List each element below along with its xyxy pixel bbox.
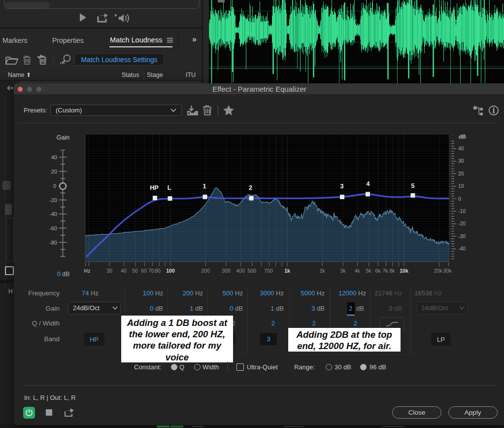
svg-text:1: 1: [203, 183, 206, 190]
svg-text:40: 40: [51, 154, 57, 160]
svg-text:100: 100: [166, 268, 175, 274]
svg-text:-20: -20: [49, 197, 57, 203]
svg-text:5: 5: [411, 182, 415, 189]
svg-text:200: 200: [201, 268, 210, 274]
svg-text:0: 0: [458, 196, 461, 202]
svg-text:1k: 1k: [284, 268, 290, 274]
svg-text:60: 60: [141, 268, 147, 274]
svg-text:40: 40: [121, 268, 127, 274]
svg-text:6k: 6k: [375, 268, 381, 274]
svg-text:70: 70: [148, 268, 154, 274]
svg-text:Hz: Hz: [84, 268, 91, 274]
svg-text:dB: dB: [459, 134, 466, 140]
svg-text:20: 20: [458, 171, 464, 177]
svg-text:20k: 20k: [434, 268, 443, 274]
svg-text:40: 40: [458, 145, 464, 151]
svg-text:10k: 10k: [400, 268, 408, 274]
svg-text:0: 0: [53, 183, 56, 189]
svg-text:400: 400: [236, 268, 245, 274]
svg-text:4k: 4k: [354, 268, 360, 274]
svg-text:-20: -20: [458, 220, 466, 226]
svg-text:30: 30: [458, 158, 464, 164]
svg-text:0: 0: [57, 271, 61, 278]
svg-text:10: 10: [458, 183, 464, 189]
svg-text:HP: HP: [150, 184, 158, 191]
svg-text:Gain: Gain: [57, 134, 69, 141]
svg-text:L: L: [168, 184, 171, 191]
svg-text:8k: 8k: [389, 268, 395, 274]
svg-text:dB: dB: [62, 271, 69, 278]
svg-text:-40: -40: [49, 211, 57, 217]
svg-text:30k: 30k: [443, 268, 452, 274]
svg-text:50: 50: [132, 268, 138, 274]
svg-text:300: 300: [222, 268, 231, 274]
svg-text:-30: -30: [458, 233, 466, 239]
svg-text:2: 2: [249, 184, 252, 191]
svg-text:30: 30: [106, 268, 112, 274]
svg-text:-60: -60: [49, 225, 57, 231]
svg-text:700: 700: [264, 268, 273, 274]
svg-text:3k: 3k: [340, 268, 346, 274]
svg-text:2k: 2k: [319, 268, 325, 274]
svg-text:4: 4: [367, 180, 370, 187]
svg-text:80: 80: [155, 268, 161, 274]
svg-text:-40: -40: [458, 246, 466, 251]
svg-text:-10: -10: [458, 208, 466, 214]
svg-text:500: 500: [247, 268, 256, 274]
svg-text:5k: 5k: [366, 268, 371, 274]
svg-text:7k: 7k: [382, 268, 388, 274]
svg-text:3: 3: [340, 183, 344, 190]
svg-text:20: 20: [51, 169, 57, 175]
svg-text:-80: -80: [49, 240, 57, 246]
